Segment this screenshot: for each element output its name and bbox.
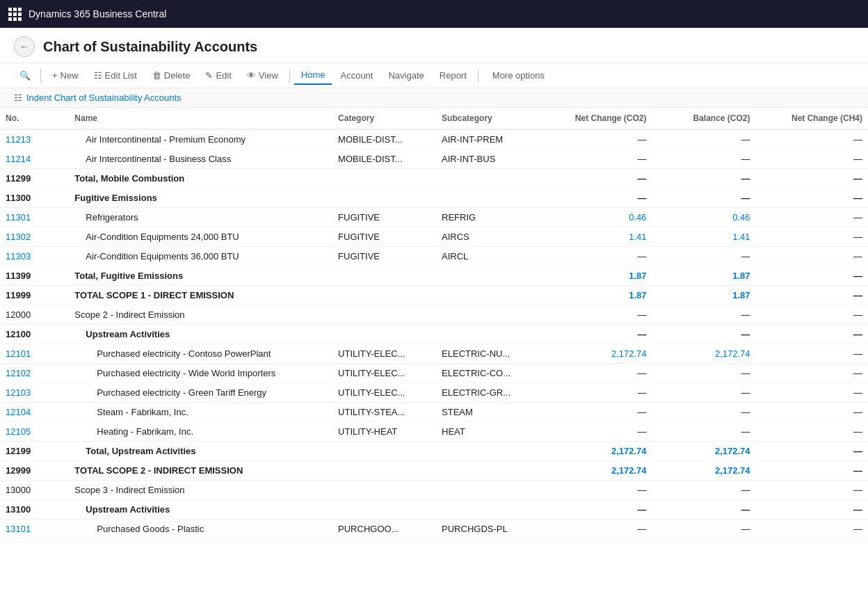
- cell-net-ch4: —: [756, 286, 868, 305]
- report-tab[interactable]: Report: [433, 67, 474, 84]
- cell-net-ch4: —: [756, 129, 868, 150]
- account-tab[interactable]: Account: [333, 67, 380, 84]
- new-button[interactable]: + New: [45, 67, 86, 84]
- cell-net-co2: 1.87: [540, 266, 652, 286]
- cell-name: Air Intercontinental - Business Class: [69, 150, 332, 169]
- cell-net-co2: 2,172.74: [540, 344, 652, 364]
- cell-bal-co2: —: [652, 129, 756, 150]
- cell-no: 11299: [0, 169, 69, 188]
- cell-subcategory: ELECTRIC-NU...: [436, 344, 540, 364]
- table-row: 11301RefrigeratorsFUGITIVEREFRIG0.460.46…: [0, 208, 868, 227]
- new-label: New: [61, 70, 79, 81]
- app-grid-icon[interactable]: [8, 8, 22, 21]
- cell-bal-co2: 2,172.74: [652, 344, 756, 364]
- home-label: Home: [301, 70, 326, 80]
- cell-bal-co2: —: [652, 481, 756, 500]
- cell-net-ch4: —: [756, 266, 868, 286]
- col-net-co2: Net Change (CO2): [540, 108, 652, 129]
- cell-bal-co2: —: [652, 150, 756, 169]
- cell-net-ch4: —: [756, 150, 868, 169]
- cell-subcategory: STEAM: [436, 403, 540, 422]
- cell-no[interactable]: 12102: [0, 364, 69, 383]
- cell-bal-co2: —: [652, 403, 756, 422]
- back-button[interactable]: ←: [14, 36, 35, 57]
- more-options-button[interactable]: More options: [485, 67, 552, 84]
- cell-no[interactable]: 11302: [0, 227, 69, 247]
- cell-no[interactable]: 12105: [0, 422, 69, 442]
- table-row: 11302Air-Condition Equipments 24,000 BTU…: [0, 227, 868, 247]
- cell-net-co2: —: [540, 403, 652, 422]
- cell-bal-co2: —: [652, 325, 756, 344]
- account-label: Account: [340, 70, 373, 81]
- app-title: Dynamics 365 Business Central: [29, 8, 166, 19]
- cell-net-co2: —: [540, 364, 652, 383]
- view-button[interactable]: 👁 View: [240, 67, 285, 84]
- cell-net-ch4: —: [756, 227, 868, 247]
- edit-list-icon: ☷: [94, 70, 102, 81]
- cell-no[interactable]: 11213: [0, 129, 69, 150]
- cell-bal-co2: —: [652, 305, 756, 325]
- indent-action[interactable]: Indent Chart of Sustainability Accounts: [26, 92, 182, 103]
- cell-name: Scope 3 - Indirect Emission: [69, 481, 332, 500]
- cell-no[interactable]: 11214: [0, 150, 69, 169]
- cell-no: 13100: [0, 500, 69, 520]
- home-tab[interactable]: Home: [294, 66, 332, 85]
- search-button[interactable]: 🔍: [14, 67, 36, 83]
- cell-net-ch4: —: [756, 169, 868, 188]
- edit-button[interactable]: ✎ Edit: [198, 67, 238, 84]
- cell-name: Fugitive Emissions: [69, 188, 332, 208]
- cell-net-co2: —: [540, 169, 652, 188]
- cell-bal-co2: —: [652, 364, 756, 383]
- table-row: 12105Heating - Fabrikam, Inc.UTILITY-HEA…: [0, 422, 868, 442]
- delete-button[interactable]: 🗑 Delete: [145, 67, 198, 84]
- table-row: 12100Upstream Activities———: [0, 325, 868, 344]
- cell-net-ch4: —: [756, 364, 868, 383]
- cell-subcategory: [436, 266, 540, 286]
- cell-subcategory: [436, 500, 540, 520]
- cell-bal-co2: 2,172.74: [652, 442, 756, 461]
- cell-net-co2: —: [540, 500, 652, 520]
- cell-subcategory: AIR-INT-PREM: [436, 129, 540, 150]
- table-row: 11214Air Intercontinental - Business Cla…: [0, 150, 868, 169]
- cell-category: [332, 325, 436, 344]
- cell-net-co2: —: [540, 520, 652, 539]
- cell-bal-co2: —: [652, 169, 756, 188]
- edit-list-button[interactable]: ☷ Edit List: [87, 67, 144, 84]
- cell-name: Purchased Goods - Plastic: [69, 520, 332, 539]
- cell-bal-co2: 2,172.74: [652, 461, 756, 481]
- view-icon: 👁: [247, 70, 256, 81]
- cell-no[interactable]: 12101: [0, 344, 69, 364]
- cell-bal-co2: —: [652, 422, 756, 442]
- cell-net-co2: —: [540, 422, 652, 442]
- cell-no[interactable]: 12104: [0, 403, 69, 422]
- cell-bal-co2: —: [652, 383, 756, 403]
- table-row: 12199Total, Upstream Activities2,172.742…: [0, 442, 868, 461]
- cell-category: UTILITY-STEA...: [332, 403, 436, 422]
- cell-category: [332, 305, 436, 325]
- cell-subcategory: PURCHGDS-PL: [436, 520, 540, 539]
- cell-net-ch4: —: [756, 422, 868, 442]
- cell-no: 12999: [0, 461, 69, 481]
- col-subcategory: Subcategory: [436, 108, 540, 129]
- cell-name: Air-Condition Equipments 36,000 BTU: [69, 247, 332, 266]
- cell-name: Total, Upstream Activities: [69, 442, 332, 461]
- cell-no: 12199: [0, 442, 69, 461]
- col-net-ch4: Net Change (CH4): [756, 108, 868, 129]
- cell-category: FUGITIVE: [332, 208, 436, 227]
- cell-no[interactable]: 11303: [0, 247, 69, 266]
- cell-no[interactable]: 13101: [0, 520, 69, 539]
- cell-net-co2: —: [540, 383, 652, 403]
- cell-subcategory: AIR-INT-BUS: [436, 150, 540, 169]
- more-options-label: More options: [492, 70, 545, 81]
- table-row: 12000Scope 2 - Indirect Emission———: [0, 305, 868, 325]
- col-no: No.: [0, 108, 69, 129]
- cell-no[interactable]: 12103: [0, 383, 69, 403]
- cell-net-co2: —: [540, 481, 652, 500]
- toolbar-divider-2: [289, 69, 290, 83]
- navigate-tab[interactable]: Navigate: [381, 67, 431, 84]
- cell-no[interactable]: 11301: [0, 208, 69, 227]
- cell-name: Purchased electricity - Wide World Impor…: [69, 364, 332, 383]
- table-row: 12102Purchased electricity - Wide World …: [0, 364, 868, 383]
- report-label: Report: [440, 70, 467, 81]
- table-row: 12104Steam - Fabrikam, Inc.UTILITY-STEA.…: [0, 403, 868, 422]
